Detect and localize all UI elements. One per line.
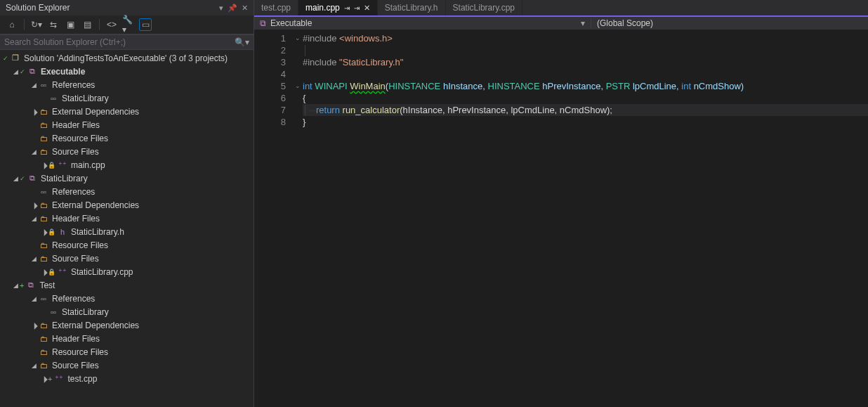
external-deps-node[interactable]: ◢ 🗀 External Dependencies xyxy=(0,105,254,118)
code-line: #include "StaticLibrary.h" xyxy=(303,56,868,68)
tree-label: Resource Files xyxy=(52,240,108,250)
project-icon: ⧉ xyxy=(260,18,266,28)
nav-scope-dropdown[interactable]: (Global Scope) xyxy=(591,18,868,28)
code-line: } xyxy=(303,116,868,128)
project-node-test[interactable]: ◢ + ⧉ Test xyxy=(0,278,254,292)
line-number: 1 xyxy=(254,32,286,44)
folder-node[interactable]: ◢ 🗀 Resource Files xyxy=(0,131,254,145)
chevron-down-icon[interactable]: ◢ xyxy=(29,255,38,262)
code-icon[interactable]: <> xyxy=(105,18,118,31)
tree-label: References xyxy=(52,187,95,197)
folder-node[interactable]: ◢ 🗀 Resource Files xyxy=(0,238,254,252)
close-icon[interactable]: ✕ xyxy=(242,4,248,13)
pin-icon[interactable]: ⇥ xyxy=(344,4,350,12)
folder-icon: 🗀 xyxy=(38,240,49,251)
collapse-icon[interactable]: ▣ xyxy=(64,18,77,31)
file-node[interactable]: ◢ 🔒 h StaticLibrary.h xyxy=(0,225,254,238)
reference-icon: ▫▫ xyxy=(48,306,59,318)
nav-project-dropdown[interactable]: ⧉ Executable ▾ xyxy=(254,18,591,28)
check-icon: ✓ xyxy=(20,175,25,182)
external-deps-node[interactable]: ◢ 🗀 External Dependencies xyxy=(0,198,254,212)
panel-search[interactable]: 🔍▾ xyxy=(0,34,254,50)
chevron-down-icon[interactable]: ◢ xyxy=(11,175,20,182)
reference-item[interactable]: ▫▫ StaticLibrary xyxy=(0,305,254,318)
check-icon: ✓ xyxy=(20,68,25,75)
folder-icon: 🗀 xyxy=(38,200,49,211)
chevron-down-icon[interactable]: ◢ xyxy=(29,82,38,89)
solution-icon: ❐ xyxy=(10,53,21,64)
chevron-down-icon[interactable]: ◢ xyxy=(11,68,20,75)
code-line: │···return run_calculator(hInstance, hPr… xyxy=(303,104,868,116)
folder-icon: 🗀 xyxy=(38,333,49,344)
code-content[interactable]: #include <windows.h> │ #include "StaticL… xyxy=(303,30,868,407)
reference-item[interactable]: ▫▫ StaticLibrary xyxy=(0,91,254,105)
tree-label: test.cpp xyxy=(67,374,97,384)
tree-label: Resource Files xyxy=(52,134,108,143)
code-line: { xyxy=(303,92,868,104)
code-line: │ xyxy=(303,44,868,56)
fold-toggle[interactable]: ⌄ xyxy=(293,32,303,44)
tree-label: External Dependencies xyxy=(52,321,139,330)
external-deps-node[interactable]: ◢ 🗀 External Dependencies xyxy=(0,318,254,332)
tab-staticlibrary-cpp[interactable]: StaticLibrary.cpp xyxy=(446,0,522,15)
tab-label: main.cpp xyxy=(305,3,340,13)
folder-node[interactable]: ◢ 🗀 Source Files xyxy=(0,252,254,265)
chevron-down-icon[interactable]: ◢ xyxy=(29,295,38,302)
project-node-staticlibrary[interactable]: ◢ ✓ ⧉ StaticLibrary xyxy=(0,172,254,185)
project-node-executable[interactable]: ◢ ✓ ⧉ Executable xyxy=(0,65,254,78)
references-node[interactable]: ◢ ▫▫ References xyxy=(0,292,254,305)
references-node[interactable]: ◢ ▫▫ References xyxy=(0,78,254,91)
pin-icon[interactable]: ⇥ xyxy=(354,4,360,12)
nav-project-label: Executable xyxy=(270,18,312,28)
project-icon: ⧉ xyxy=(25,280,37,291)
solution-node[interactable]: ✓ ❐ Solution 'AddingTestsToAnExecutable'… xyxy=(0,51,254,65)
line-number-gutter: 1 2 3 4 5 6 7 8 xyxy=(254,30,293,407)
chevron-down-icon[interactable]: ◢ xyxy=(29,148,38,155)
folder-node[interactable]: ◢ 🗀 Source Files xyxy=(0,358,254,372)
close-icon[interactable]: ✕ xyxy=(364,4,370,13)
folder-icon: 🗀 xyxy=(38,146,49,157)
preview-icon[interactable]: ▭ xyxy=(139,18,152,31)
panel-title: Solution Explorer xyxy=(6,3,70,13)
tab-label: StaticLibrary.h xyxy=(385,3,438,13)
project-label: Executable xyxy=(41,67,85,77)
properties-icon[interactable]: 🔧▾ xyxy=(122,18,135,31)
folder-node[interactable]: ◢ 🗀 Resource Files xyxy=(0,345,254,358)
project-label: Test xyxy=(39,280,55,290)
code-line: #include <windows.h> xyxy=(303,32,868,44)
folder-node[interactable]: ◢ 🗀 Header Files xyxy=(0,212,254,225)
tab-test-cpp[interactable]: test.cpp xyxy=(254,0,298,15)
code-editor[interactable]: 1 2 3 4 5 6 7 8 ⌄ ⌄ #include <windows.h>… xyxy=(254,30,868,407)
fold-toggle[interactable]: ⌄ xyxy=(293,80,303,92)
file-node[interactable]: ◢ + ⁺⁺ test.cpp xyxy=(0,372,254,385)
dropdown-icon[interactable]: ▾ xyxy=(219,4,223,13)
tree-label: Header Files xyxy=(52,120,100,130)
references-icon: ▫▫ xyxy=(38,293,49,304)
search-icon[interactable]: 🔍▾ xyxy=(235,37,249,47)
solution-tree[interactable]: ✓ ❐ Solution 'AddingTestsToAnExecutable'… xyxy=(0,50,254,407)
tab-staticlibrary-h[interactable]: StaticLibrary.h xyxy=(378,0,446,15)
pin-icon[interactable]: 📌 xyxy=(228,4,237,13)
chevron-down-icon[interactable]: ◢ xyxy=(29,362,38,369)
sync-icon[interactable]: ⇆ xyxy=(47,18,60,31)
references-node[interactable]: ◢ ▫▫ References xyxy=(0,185,254,198)
folder-icon: 🗀 xyxy=(38,213,49,224)
tree-label: Resource Files xyxy=(52,347,108,357)
folder-node[interactable]: ◢ 🗀 Header Files xyxy=(0,332,254,345)
folder-node[interactable]: ◢ 🗀 Source Files xyxy=(0,145,254,158)
cpp-file-icon: ⁺⁺ xyxy=(53,373,65,385)
file-node[interactable]: ◢ 🔒 ⁺⁺ StaticLibrary.cpp xyxy=(0,265,254,278)
line-number: 6 xyxy=(254,92,286,104)
folder-icon: 🗀 xyxy=(38,360,49,371)
home-icon[interactable]: ⌂ xyxy=(6,18,18,31)
show-all-icon[interactable]: ▤ xyxy=(81,18,93,31)
refresh-icon[interactable]: ↻▾ xyxy=(30,18,43,31)
chevron-down-icon[interactable]: ◢ xyxy=(11,282,20,289)
search-input[interactable] xyxy=(4,37,232,47)
folder-node[interactable]: ◢ 🗀 Header Files xyxy=(0,118,254,131)
tree-label: External Dependencies xyxy=(52,200,139,210)
tree-label: References xyxy=(52,294,95,304)
file-node[interactable]: ◢ 🔒 ⁺⁺ main.cpp xyxy=(0,158,254,172)
chevron-down-icon[interactable]: ◢ xyxy=(29,215,38,222)
tab-main-cpp[interactable]: main.cpp ⇥ ⇥ ✕ xyxy=(298,0,378,15)
